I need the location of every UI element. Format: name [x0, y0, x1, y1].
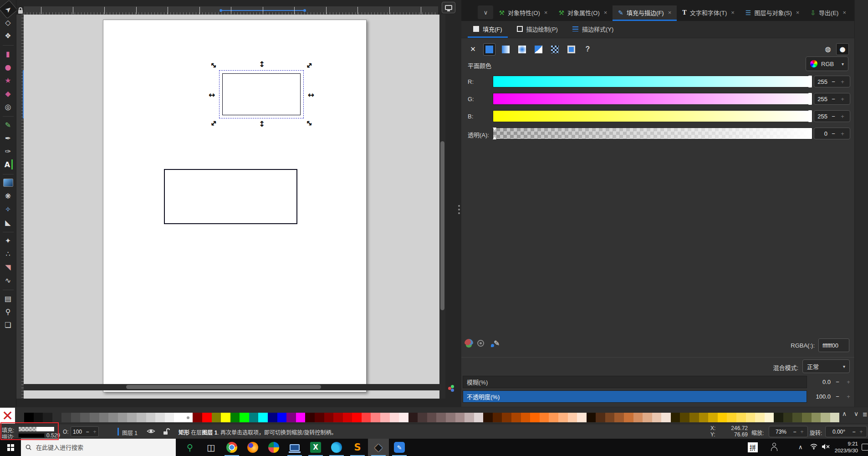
palette-swatch[interactable]	[540, 413, 549, 422]
blend-mode-dropdown[interactable]: 正常 ▾	[802, 359, 850, 373]
palette-swatch[interactable]	[240, 413, 249, 422]
plus-button[interactable]: +	[798, 429, 806, 435]
palette-swatch[interactable]	[249, 413, 259, 422]
palette-swatch[interactable]	[118, 413, 128, 422]
canvas-desk[interactable]: ↔ ↕ ↔ ↔ ↔ ↔ ↕ ↔	[24, 15, 439, 399]
palette-swatch[interactable]	[727, 413, 736, 422]
palette-swatch[interactable]	[821, 413, 830, 422]
minus-button[interactable]: −	[833, 393, 842, 400]
palette-swatch[interactable]	[230, 413, 240, 422]
layer-lock-icon[interactable]	[163, 428, 170, 436]
plus-button[interactable]: +	[844, 379, 853, 385]
toolbox-separator[interactable]	[3, 229, 14, 232]
start-button[interactable]	[0, 439, 21, 456]
pen-app-icon[interactable]: ✎	[389, 439, 410, 456]
inkscape-icon[interactable]: ◆	[368, 439, 389, 456]
scale-handle-e[interactable]: ↔	[308, 91, 314, 99]
palette-swatch[interactable]	[286, 413, 296, 422]
palette-swatch[interactable]	[774, 413, 783, 422]
palette-swatch[interactable]	[736, 413, 746, 422]
palette-swatch[interactable]	[193, 413, 202, 422]
palette-swatch[interactable]	[212, 413, 221, 422]
zoom-spinbox[interactable]: 73% − +	[769, 426, 808, 437]
mesh-gradient-button[interactable]	[532, 43, 545, 56]
task-view-icon[interactable]: ◫	[200, 439, 221, 456]
hidden-icons-chevron[interactable]: ∧	[798, 444, 803, 451]
blur-value[interactable]: 0.0	[810, 379, 831, 385]
sublime-icon[interactable]: S	[347, 439, 368, 456]
slider-track[interactable]	[493, 76, 812, 87]
slider-thumb[interactable]	[493, 128, 497, 139]
close-icon[interactable]: ×	[604, 9, 608, 16]
palette-swatch[interactable]	[61, 413, 71, 422]
palette-swatch[interactable]	[830, 413, 840, 422]
slider-value[interactable]: 0	[814, 130, 829, 137]
palette-swatch[interactable]	[380, 413, 390, 422]
palette-swatch[interactable]	[127, 413, 137, 422]
palette-scroll-down-icon[interactable]: ∨	[854, 410, 858, 417]
selection-bounding-box[interactable]: ↔ ↕ ↔ ↔ ↔ ↔ ↕ ↔	[219, 70, 304, 118]
palette-swatch[interactable]	[390, 413, 399, 422]
palette-swatch[interactable]	[755, 413, 765, 422]
toolbox-separator[interactable]	[3, 42, 14, 46]
minus-button[interactable]: −	[84, 429, 91, 435]
drawn-rectangle[interactable]	[164, 169, 297, 224]
minus-button[interactable]: −	[829, 78, 838, 85]
palette-swatch[interactable]	[455, 413, 465, 422]
object-opacity-spinbox[interactable]: 100 − +	[71, 426, 99, 437]
layer-visibility-icon[interactable]	[147, 428, 155, 436]
taskbar-search[interactable]	[21, 439, 176, 456]
palette-swatch[interactable]	[296, 413, 306, 422]
scale-handle-n[interactable]: ↕	[259, 61, 265, 68]
opacity-value[interactable]: 100.0	[810, 393, 831, 400]
palette-swatch[interactable]	[802, 413, 812, 422]
palette-swatch[interactable]	[362, 413, 371, 422]
palette-swatch[interactable]	[671, 413, 680, 422]
palette-swatch[interactable]	[71, 413, 81, 422]
palette-swatch[interactable]	[24, 413, 34, 422]
palette-swatch[interactable]	[812, 413, 821, 422]
palette-swatch[interactable]	[633, 413, 643, 422]
color-wheel-selector-icon[interactable]	[465, 339, 473, 348]
eyedropper-button[interactable]: ✎	[494, 339, 500, 348]
minus-button[interactable]: −	[829, 113, 838, 120]
subtab-stroke-paint[interactable]: 描边绘制(P)	[511, 21, 563, 38]
minus-button[interactable]: −	[850, 429, 858, 435]
palette-swatch[interactable]	[202, 413, 212, 422]
scale-handle-w[interactable]: ↔	[209, 91, 215, 99]
blur-slider[interactable]: 模糊(%)	[463, 376, 807, 388]
palette-swatch[interactable]	[137, 413, 146, 422]
star-tool[interactable]: ★	[1, 74, 15, 87]
dock-resize-grip[interactable]	[457, 200, 461, 220]
zoom-value[interactable]: 73%	[771, 429, 791, 435]
linear-gradient-button[interactable]	[500, 43, 512, 56]
slider-track[interactable]	[493, 128, 812, 139]
palette-swatch[interactable]	[689, 413, 699, 422]
color-circle-selector-icon[interactable]	[477, 340, 484, 347]
palette-swatch[interactable]	[624, 413, 633, 422]
box3d-tool[interactable]: ◆	[1, 87, 15, 100]
color-management-icon[interactable]	[447, 385, 458, 392]
edge-icon[interactable]	[326, 439, 347, 456]
close-icon[interactable]: ×	[731, 9, 735, 16]
palette-swatch[interactable]	[680, 413, 689, 422]
palette-swatch[interactable]	[324, 413, 334, 422]
object-opacity-value[interactable]: 100	[71, 429, 84, 435]
palette-swatch[interactable]	[352, 413, 362, 422]
palette-swatch[interactable]	[108, 413, 118, 422]
palette-swatch[interactable]	[221, 413, 230, 422]
palette-swatch[interactable]	[521, 413, 531, 422]
swatch-button[interactable]	[565, 43, 577, 56]
lock-guides-icon[interactable]	[17, 7, 24, 14]
fill-indicator[interactable]	[18, 426, 55, 432]
palette-swatch[interactable]	[465, 413, 474, 422]
palette-swatch[interactable]	[165, 413, 174, 422]
close-icon[interactable]: ×	[796, 9, 800, 16]
gradient-tool[interactable]	[3, 179, 13, 187]
pattern-button[interactable]	[549, 43, 561, 56]
palette-swatch[interactable]	[783, 413, 793, 422]
tab-text-font[interactable]: T 文字和字体(T) ×	[677, 5, 740, 21]
palette-swatch[interactable]	[427, 413, 437, 422]
connector-tool[interactable]: ∿	[1, 274, 15, 287]
subtab-stroke-style[interactable]: 描边样式(Y)	[567, 21, 619, 38]
